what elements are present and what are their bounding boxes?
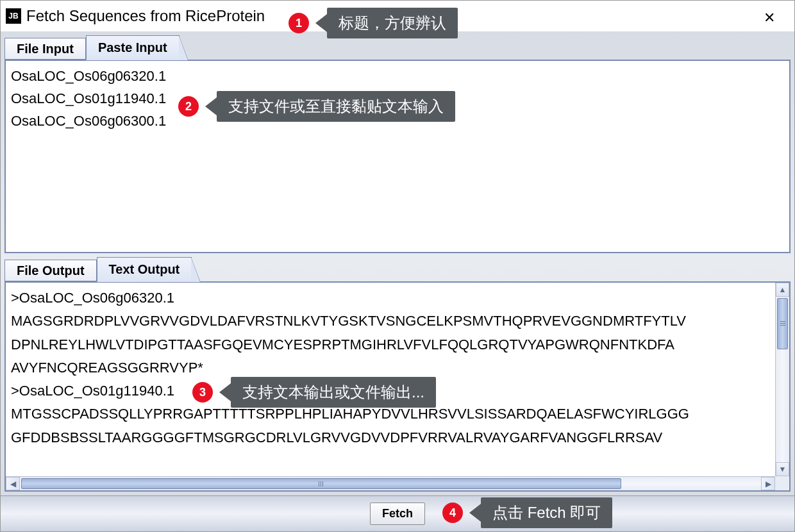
scroll-left-button[interactable]: ◀ xyxy=(6,477,20,490)
titlebar: JB Fetch Sequences from RiceProtein ✕ xyxy=(1,1,794,31)
tab-text-output[interactable]: Text Output xyxy=(97,257,192,282)
tab-file-input[interactable]: File Input xyxy=(4,38,86,60)
close-button[interactable]: ✕ xyxy=(757,7,782,29)
input-tab-row: File Input Paste Input xyxy=(4,35,791,60)
horizontal-scroll-thumb[interactable] xyxy=(21,478,621,489)
tab-paste-input[interactable]: Paste Input xyxy=(86,35,180,60)
scroll-corner xyxy=(775,476,789,490)
scroll-up-button[interactable]: ▲ xyxy=(776,283,789,297)
input-content xyxy=(4,60,791,253)
tab-file-output[interactable]: File Output xyxy=(4,260,97,281)
window-title: Fetch Sequences from RiceProtein xyxy=(26,7,265,25)
output-tab-row: File Output Text Output xyxy=(4,257,791,281)
vertical-scroll-thumb[interactable] xyxy=(777,298,788,349)
scroll-down-button[interactable]: ▼ xyxy=(776,462,789,476)
horizontal-scrollbar[interactable]: ◀ ▶ xyxy=(6,476,775,490)
output-panel: File Output Text Output >OsaLOC_Os06g063… xyxy=(4,257,791,492)
workspace: File Input Paste Input File Output Text … xyxy=(1,31,794,495)
app-window: JB Fetch Sequences from RiceProtein ✕ Fi… xyxy=(0,0,795,532)
fetch-button[interactable]: Fetch xyxy=(370,503,425,525)
vertical-scrollbar[interactable]: ▲ ▼ xyxy=(775,283,789,476)
button-bar: Fetch xyxy=(1,495,794,531)
input-panel: File Input Paste Input xyxy=(4,35,791,253)
text-output-area[interactable]: >OsaLOC_Os06g06320.1 MAGSGRDRDPLVVGRVVGD… xyxy=(6,283,774,475)
scroll-right-button[interactable]: ▶ xyxy=(761,477,775,490)
paste-input-textarea[interactable] xyxy=(6,61,789,252)
app-icon: JB xyxy=(6,8,21,24)
output-content: >OsaLOC_Os06g06320.1 MAGSGRDRDPLVVGRVVGD… xyxy=(4,281,791,492)
